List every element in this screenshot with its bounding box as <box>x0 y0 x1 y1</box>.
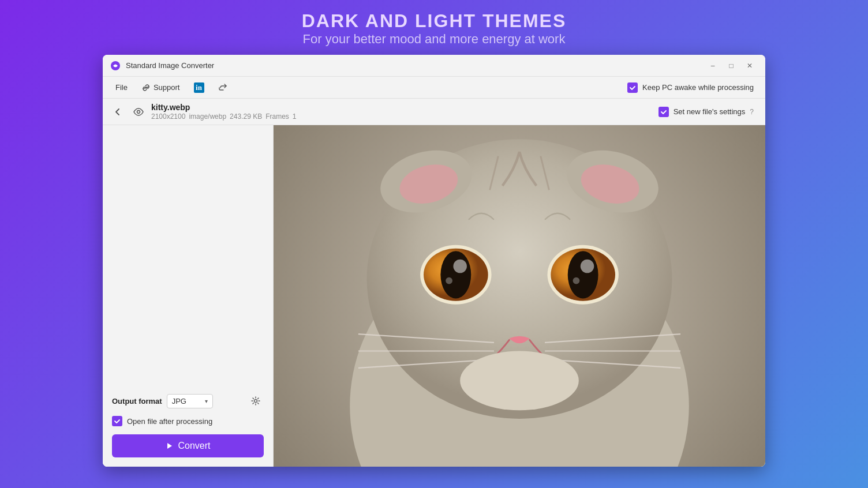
file-meta: 2100x2100 image/webp 243.29 KB Frames 1 <box>151 112 297 121</box>
menu-bar: File Support in <box>103 77 765 99</box>
chevron-down-icon: ▾ <box>205 398 208 404</box>
frames-value: 1 <box>293 112 297 121</box>
open-after-label: Open file after processing <box>127 417 212 426</box>
file-bar: kitty.webp 2100x2100 image/webp 243.29 K… <box>103 99 765 125</box>
share-icon <box>218 83 227 92</box>
main-content: Output format JPG ▾ <box>103 125 765 467</box>
app-logo <box>110 60 121 72</box>
cat-image <box>274 125 765 467</box>
image-preview-area <box>274 125 765 467</box>
svg-point-19 <box>573 277 580 284</box>
play-icon <box>165 442 173 450</box>
frames-label: Frames <box>265 112 289 121</box>
set-new-file-label: Set new file's settings <box>674 107 746 116</box>
share-menu[interactable] <box>212 81 233 95</box>
file-menu-label: File <box>115 83 128 92</box>
file-info: kitty.webp 2100x2100 image/webp 243.29 K… <box>151 103 297 121</box>
bottom-controls: Output format JPG ▾ <box>103 384 273 467</box>
support-menu[interactable]: Support <box>136 81 186 95</box>
svg-point-18 <box>581 260 594 273</box>
selected-format: JPG <box>172 397 203 406</box>
window-controls: – □ ✕ <box>704 58 758 74</box>
svg-point-2 <box>255 400 257 403</box>
header-title: DARK AND LIGHT THEMES <box>302 10 567 32</box>
preview-button[interactable] <box>130 104 147 120</box>
window-title: Standard Image Converter <box>126 61 704 70</box>
title-bar: Standard Image Converter – □ ✕ <box>103 55 765 77</box>
header-subtitle: For your better mood and more energy at … <box>302 32 567 47</box>
link-icon <box>141 83 151 92</box>
output-format-row: Output format JPG ▾ <box>112 393 264 409</box>
app-header: DARK AND LIGHT THEMES For your better mo… <box>302 0 567 55</box>
keep-awake-label: Keep PC awake while processing <box>642 83 754 92</box>
back-button[interactable] <box>110 104 126 120</box>
svg-point-13 <box>453 260 467 273</box>
maximize-button[interactable]: □ <box>723 58 740 74</box>
svg-point-17 <box>568 251 598 298</box>
file-dimensions: 2100x2100 <box>151 112 185 121</box>
output-format-label: Output format <box>112 397 162 406</box>
open-after-row[interactable]: Open file after processing <box>112 416 264 426</box>
svg-point-26 <box>460 351 579 410</box>
format-settings-button[interactable] <box>248 393 264 409</box>
svg-point-14 <box>446 277 452 284</box>
app-window: Standard Image Converter – □ ✕ File Supp… <box>103 55 765 467</box>
linkedin-icon: in <box>194 82 204 93</box>
convert-label: Convert <box>178 441 210 451</box>
file-menu[interactable]: File <box>110 81 133 94</box>
svg-point-12 <box>440 251 471 298</box>
open-after-checkbox[interactable] <box>112 416 122 426</box>
keep-awake-option[interactable]: Keep PC awake while processing <box>627 82 754 93</box>
convert-button[interactable]: Convert <box>112 434 264 457</box>
support-menu-label: Support <box>154 83 180 92</box>
minimize-button[interactable]: – <box>704 58 721 74</box>
file-size: 243.29 KB <box>230 112 262 121</box>
linkedin-menu[interactable]: in <box>188 80 210 95</box>
keep-awake-checkbox[interactable] <box>627 82 638 93</box>
close-button[interactable]: ✕ <box>741 58 758 74</box>
set-new-file-option[interactable]: Set new file's settings ? <box>659 107 754 117</box>
set-new-file-checkbox[interactable] <box>659 107 669 117</box>
file-mime: image/webp <box>189 112 226 121</box>
file-name: kitty.webp <box>151 103 297 112</box>
help-icon[interactable]: ? <box>750 108 754 116</box>
format-select[interactable]: JPG ▾ <box>167 394 213 408</box>
svg-point-1 <box>137 110 140 113</box>
left-panel-spacer <box>103 125 273 384</box>
left-panel: Output format JPG ▾ <box>103 125 274 467</box>
